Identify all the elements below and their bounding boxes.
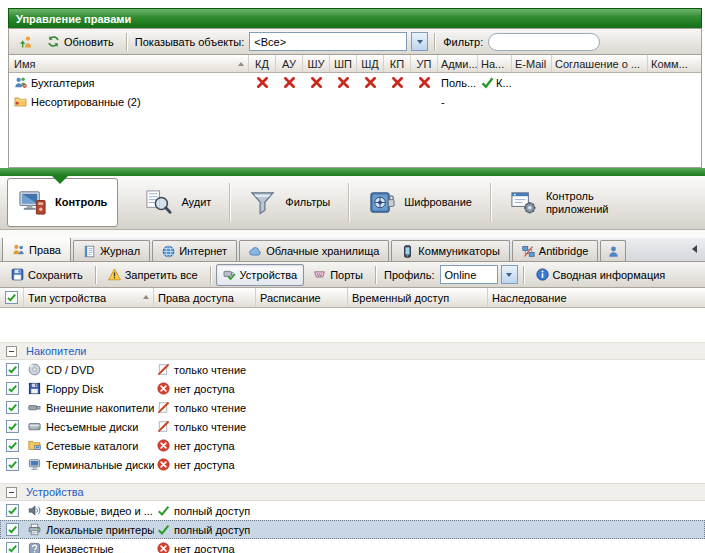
summary-info-label: Сводная информация xyxy=(553,269,666,281)
category-tab-control[interactable]: Контроль xyxy=(7,178,118,227)
users-column-header[interactable]: ШУ xyxy=(303,55,330,72)
save-button[interactable]: Сохранить xyxy=(4,264,90,286)
group-icon xyxy=(14,76,27,89)
tab-cloud[interactable]: Облачные хранилища xyxy=(239,240,389,261)
ports-toggle-button[interactable]: Порты xyxy=(306,264,370,286)
device-type-cell: CD / DVD xyxy=(24,360,154,379)
device-checkbox[interactable] xyxy=(6,439,19,452)
category-tab-filters[interactable]: Фильтры xyxy=(230,176,348,229)
device-column-header[interactable]: Права доступа xyxy=(154,288,256,307)
access-rights-label: нет доступа xyxy=(174,440,235,452)
device-checkbox[interactable] xyxy=(6,382,19,395)
users-column-header[interactable]: Имя xyxy=(9,55,249,72)
users-column-header[interactable]: Комм... xyxy=(648,55,701,72)
deny-all-button[interactable]: Запретить все xyxy=(101,264,205,286)
users-column-header[interactable]: ШП xyxy=(330,55,357,72)
show-objects-dropdown-button[interactable] xyxy=(411,32,428,51)
device-type-label: Терминальные диски xyxy=(46,459,154,471)
devices-toggle-button[interactable]: Устройства xyxy=(216,264,305,286)
users-column-header[interactable]: АУ xyxy=(276,55,303,72)
add-user-button[interactable] xyxy=(13,31,38,52)
refresh-button[interactable]: Обновить xyxy=(41,31,120,52)
permission-mark-cell xyxy=(411,73,438,92)
deny-mark-icon xyxy=(310,76,323,89)
device-row[interactable]: Локальные принтерыполный доступ xyxy=(0,520,705,539)
filter-label: Фильтр: xyxy=(441,36,485,48)
tab-journal[interactable]: Журнал xyxy=(73,240,150,261)
temporary-access-cell xyxy=(348,501,488,520)
user-group-name: Несортированные (2) xyxy=(31,96,141,108)
device-group-header[interactable]: Накопители xyxy=(0,342,705,360)
device-row[interactable]: Терминальные дискинет доступа xyxy=(0,455,705,474)
agreement-cell xyxy=(552,73,648,92)
summary-info-button[interactable]: Сводная информация xyxy=(529,264,673,286)
users-column-header[interactable]: E-Mail xyxy=(512,55,552,72)
show-objects-select[interactable]: <Все> xyxy=(249,32,407,51)
device-checkbox[interactable] xyxy=(6,420,19,433)
device-type-cell: Несъемные диски xyxy=(24,417,154,436)
device-row[interactable]: Звуковые, видео и ...полный доступ xyxy=(0,501,705,520)
users-column-header[interactable]: На... xyxy=(478,55,512,72)
on-cell xyxy=(478,92,512,111)
minus-glyph xyxy=(9,492,14,493)
users-column-header[interactable]: КП xyxy=(384,55,411,72)
device-column-header[interactable]: Наследование xyxy=(488,288,705,307)
tab-label: Облачные хранилища xyxy=(266,245,379,257)
category-tab-encryption[interactable]: Шифрование xyxy=(349,176,490,229)
tab-communicators[interactable]: Коммуникаторы xyxy=(391,240,509,261)
profile-select[interactable]: Online xyxy=(440,265,498,284)
tab-internet[interactable]: Интернет xyxy=(152,240,237,261)
device-checkbox[interactable] xyxy=(6,523,19,536)
users-table-row[interactable]: БухгалтерияПоль...К... xyxy=(9,73,701,92)
users-column-header[interactable]: Адми... xyxy=(438,55,478,72)
device-checkbox[interactable] xyxy=(6,401,19,414)
tab-antibridge[interactable]: Antibridge xyxy=(512,240,599,261)
permission-mark-cell xyxy=(330,73,357,92)
select-all-checkbox[interactable] xyxy=(5,291,18,304)
device-type-label: Звуковые, видео и ... xyxy=(46,505,153,517)
inheritance-cell xyxy=(488,360,705,379)
access-rights-label: нет доступа xyxy=(174,383,235,395)
device-checkbox[interactable] xyxy=(6,363,19,376)
toolbar-separator xyxy=(95,266,96,284)
collapse-icon[interactable] xyxy=(6,487,17,498)
rights-management-panel: Управление правами Обновить Показывать о… xyxy=(8,8,702,168)
users-column-header[interactable]: УП xyxy=(411,55,438,72)
users-column-header[interactable]: КД xyxy=(249,55,276,72)
users-column-header[interactable]: Соглашение о ... xyxy=(552,55,648,72)
users-table-row[interactable]: Несортированные (2)- xyxy=(9,92,701,111)
device-checkbox[interactable] xyxy=(6,542,19,553)
collapse-icon[interactable] xyxy=(6,346,17,357)
category-tab-audit[interactable]: Аудит xyxy=(126,176,229,229)
filter-input[interactable] xyxy=(488,33,600,51)
deny-mark-icon xyxy=(364,76,377,89)
deny-mark-icon xyxy=(256,76,269,89)
device-column-header[interactable]: Тип устройства xyxy=(24,288,154,307)
profile-dropdown-button[interactable] xyxy=(501,265,518,284)
device-row[interactable]: Сетевые каталогинет доступа xyxy=(0,436,705,455)
device-row[interactable]: Внешние накопителитолько чтение xyxy=(0,398,705,417)
minus-glyph xyxy=(9,351,14,352)
tab-scroll-left-button[interactable] xyxy=(687,241,702,256)
schedule-cell xyxy=(256,501,348,520)
device-column-header[interactable]: Временный доступ xyxy=(348,288,488,307)
chevron-left-icon xyxy=(692,245,697,253)
device-column-header[interactable]: Расписание xyxy=(256,288,348,307)
device-row[interactable]: Несъемные дискитолько чтение xyxy=(0,417,705,436)
device-row[interactable]: Неизвестныенет доступа xyxy=(0,539,705,553)
toolbar-separator xyxy=(434,33,435,51)
device-checkbox[interactable] xyxy=(6,458,19,471)
device-checkbox[interactable] xyxy=(6,504,19,517)
access-rights-label: только чтение xyxy=(174,421,246,433)
device-row[interactable]: CD / DVDтолько чтение xyxy=(0,360,705,379)
device-row[interactable]: Floppy Diskнет доступа xyxy=(0,379,705,398)
add-user-icon xyxy=(19,35,32,48)
device-column-label: Наследование xyxy=(492,292,567,304)
device-group-title: Устройства xyxy=(26,486,84,498)
tab-rights[interactable]: Права xyxy=(2,238,71,261)
category-tab-appcontrol[interactable]: Контроль приложений xyxy=(491,176,650,229)
users-column-header[interactable]: ШД xyxy=(357,55,384,72)
tab-user[interactable] xyxy=(600,240,626,261)
tab-label: Antibridge xyxy=(539,245,589,257)
device-group-header[interactable]: Устройства xyxy=(0,483,705,501)
